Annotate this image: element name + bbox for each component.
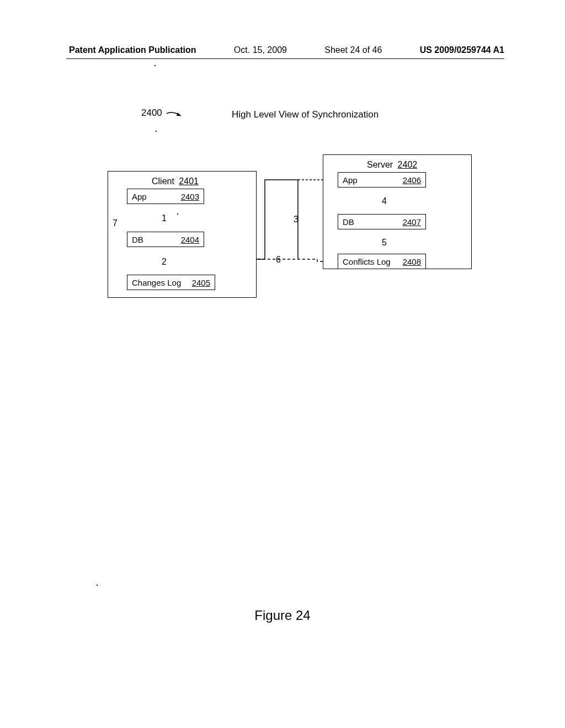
client-changes-log-box: Changes Log 2405 [127,275,215,290]
stray-dot-icon [154,65,156,66]
client-db-ref: 2404 [181,235,199,244]
edge-label-3: 3 [294,215,299,224]
header-rule [66,58,504,59]
client-app-label: App [132,192,147,201]
client-ref: 2401 [179,176,199,186]
header-sheet: Sheet 24 of 46 [324,45,382,55]
server-log-ref: 2408 [403,257,421,266]
client-db-box: DB 2404 [127,232,204,247]
edge-label-4: 4 [382,196,387,206]
client-app-box: App 2403 [127,189,204,204]
svg-marker-0 [177,113,181,116]
server-label: Server [367,160,393,169]
client-log-ref: 2405 [192,278,210,287]
figure-ref-arrow-icon [166,109,188,119]
client-app-ref: 2403 [181,192,199,201]
server-db-ref: 2407 [403,217,421,227]
server-db-box: DB 2407 [338,214,426,229]
server-app-label: App [343,175,358,185]
edge-label-5: 5 [382,238,387,248]
server-app-box: App 2406 [338,172,426,188]
client-label: Client [152,176,174,186]
client-title: Client 2401 [152,176,199,186]
figure-ref-number: 2400 [141,108,162,119]
header-date: Oct. 15, 2009 [234,45,287,55]
edge-label-7: 7 [113,218,118,228]
client-log-label: Changes Log [132,278,181,287]
diagram-title: High Level View of Synchronization [232,109,379,120]
diagram: Client 2401 Server 2402 App 2403 DB 2404… [99,154,475,309]
stray-dot-icon [177,213,178,215]
server-app-ref: 2406 [403,175,421,185]
server-ref: 2402 [398,160,418,169]
figure-caption: Figure 24 [0,608,565,623]
edge-label-6: 6 [276,255,281,265]
stray-dot-icon [97,585,98,586]
server-log-label: Conflicts Log [343,257,391,266]
stray-dot-icon [156,131,157,132]
header-pub-number: US 2009/0259744 A1 [420,45,504,55]
server-db-label: DB [343,217,354,227]
server-conflicts-log-box: Conflicts Log 2408 [338,254,426,269]
client-db-label: DB [132,235,143,244]
edge-label-2: 2 [162,257,167,267]
edge-label-1: 1 [162,213,167,223]
header-publication: Patent Application Publication [69,45,196,55]
page-header: Patent Application Publication Oct. 15, … [0,45,565,55]
server-title: Server 2402 [367,160,417,170]
